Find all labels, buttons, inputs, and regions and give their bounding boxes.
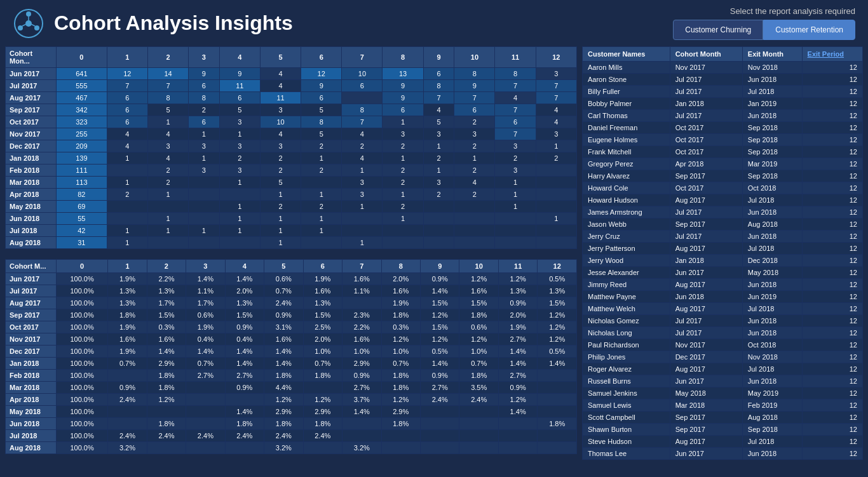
count-cell xyxy=(342,213,383,225)
count-cell xyxy=(107,213,147,225)
count-table-wrapper[interactable]: Cohort Mon...0123456789101112Jun 2017641… xyxy=(5,46,577,255)
customer-name: Howard Hudson xyxy=(583,194,670,206)
exit-month: Jul 2018 xyxy=(742,303,802,315)
count-cell: 1 xyxy=(495,189,536,201)
customer-table-wrapper[interactable]: Customer NamesCohort MonthExit MonthExit… xyxy=(582,46,863,467)
svg-point-2 xyxy=(26,11,31,17)
count-cell: 1 xyxy=(536,213,576,225)
pct-cell: 0.5% xyxy=(538,345,577,357)
exit-month: Mar 2019 xyxy=(742,158,802,170)
pct-col-header: 9 xyxy=(420,259,459,272)
pct-cell: 1.2% xyxy=(147,393,186,405)
exit-period: 12 xyxy=(802,339,862,351)
exit-period: 12 xyxy=(802,146,862,158)
count-cell: 8 xyxy=(454,68,495,80)
customer-name: Harry Alvarez xyxy=(583,170,670,182)
list-item: Daniel FreemanOct 2017Sep 201812 xyxy=(583,122,863,134)
pct-col-header: 12 xyxy=(538,259,577,272)
exit-month: Jun 2018 xyxy=(742,231,802,243)
count-cell xyxy=(189,237,220,249)
count-cell: 4 xyxy=(423,104,454,116)
count-cell: 3 xyxy=(536,128,576,140)
count-cell xyxy=(495,225,536,237)
exit-month: Nov 2018 xyxy=(742,62,802,74)
count-cell: 2 xyxy=(189,104,220,116)
exit-period: 12 xyxy=(802,303,862,315)
count-cell xyxy=(342,225,383,237)
pct-cell: 0.7% xyxy=(303,357,342,369)
cohort-month: Aug 2017 xyxy=(670,363,742,375)
count-cell: 2 xyxy=(423,152,454,165)
pct-cell: 2.7% xyxy=(225,369,264,381)
customer-name: Frank Mitchell xyxy=(583,146,670,158)
cohort-month: Sep 2017 xyxy=(670,424,742,436)
exit-month: Jun 2018 xyxy=(742,74,802,86)
count-cell: 1 xyxy=(383,189,423,201)
cohort-month: Jun 2017 xyxy=(670,267,742,279)
pct-cell: 100.0% xyxy=(57,429,108,441)
pct-cell xyxy=(420,441,459,453)
pct-table-wrapper[interactable]: Cohort M...0123456789101112Jun 2017100.0… xyxy=(5,259,577,468)
pct-table: Cohort M...0123456789101112Jun 2017100.0… xyxy=(5,259,577,454)
exit-month: Jun 2018 xyxy=(742,375,802,387)
pct-cell: 2.7% xyxy=(498,369,537,381)
pct-cell: 1.2% xyxy=(459,333,498,345)
table-row: Feb 2018100.0%1.8%2.7%2.7%1.8%1.8%0.9%1.… xyxy=(6,369,577,381)
exit-period: 12 xyxy=(802,182,862,194)
customer-col-header[interactable]: Exit Period xyxy=(802,47,862,62)
cohort-month: Jul 2017 xyxy=(670,206,742,218)
cohort-cell: Dec 2017 xyxy=(6,345,57,357)
pct-cell: 1.0% xyxy=(459,345,498,357)
customer-name: Paul Richardson xyxy=(583,339,670,351)
table-row: Sep 2017100.0%1.8%1.5%0.6%1.5%0.9%1.5%2.… xyxy=(6,309,577,321)
count-cell: 13 xyxy=(383,68,423,80)
pct-cell xyxy=(498,429,537,441)
table-row: Aug 2017100.0%1.3%1.7%1.7%1.3%2.4%1.3%1.… xyxy=(6,297,577,309)
count-col-header: 12 xyxy=(536,47,576,68)
pct-cell: 1.6% xyxy=(459,285,498,297)
exit-month: Sep 2018 xyxy=(742,122,802,134)
pct-cell: 1.4% xyxy=(186,272,225,285)
exit-period: 12 xyxy=(802,291,862,303)
pct-cell: 1.5% xyxy=(459,297,498,309)
count-cell xyxy=(189,177,220,189)
pct-cell xyxy=(538,441,577,453)
count-cell: 14 xyxy=(147,68,188,80)
pct-cell: 2.2% xyxy=(147,272,186,285)
cohort-cell: Jun 2018 xyxy=(6,417,57,429)
pct-cell: 2.9% xyxy=(303,405,342,417)
exit-month: May 2018 xyxy=(742,267,802,279)
count-cell: 3 xyxy=(219,140,260,152)
pct-cell xyxy=(342,417,381,429)
pct-cell: 2.4% xyxy=(225,429,264,441)
pct-cell: 1.7% xyxy=(147,297,186,309)
churning-button[interactable]: Customer Churning xyxy=(673,20,763,40)
count-cell xyxy=(536,201,576,213)
customer-name: Thomas Lee xyxy=(583,448,670,460)
customer-col-header: Cohort Month xyxy=(670,47,742,62)
list-item: Howard HudsonAug 2017Jul 201812 xyxy=(583,194,863,206)
count-cell: 2 xyxy=(454,140,495,152)
pct-cell xyxy=(538,405,577,417)
pct-col-header: 0 xyxy=(57,259,108,272)
list-item: Bobby PalmerJan 2018Jan 201912 xyxy=(583,98,863,110)
count-cell: 12 xyxy=(301,68,342,80)
retention-button[interactable]: Customer Retention xyxy=(763,20,855,40)
pct-cell: 0.3% xyxy=(381,321,420,333)
pct-cell: 100.0% xyxy=(57,393,108,405)
cohort-month: Aug 2017 xyxy=(670,243,742,255)
count-cell: 1 xyxy=(107,225,147,237)
exit-month: Jul 2018 xyxy=(742,363,802,375)
pct-cell: 1.4% xyxy=(186,345,225,357)
customer-name: Howard Cole xyxy=(583,182,670,194)
pct-col-header: 3 xyxy=(186,259,225,272)
count-cell: 1 xyxy=(219,213,260,225)
count-cell: 6 xyxy=(454,104,495,116)
report-label: Select the report analysis required xyxy=(730,6,855,16)
pct-cell: 0.7% xyxy=(381,357,420,369)
pct-cell: 1.4% xyxy=(225,405,264,417)
count-cell xyxy=(423,225,454,237)
pct-col-header: 7 xyxy=(342,259,381,272)
count-cell: 2 xyxy=(342,140,383,152)
count-cell: 11 xyxy=(260,92,301,104)
